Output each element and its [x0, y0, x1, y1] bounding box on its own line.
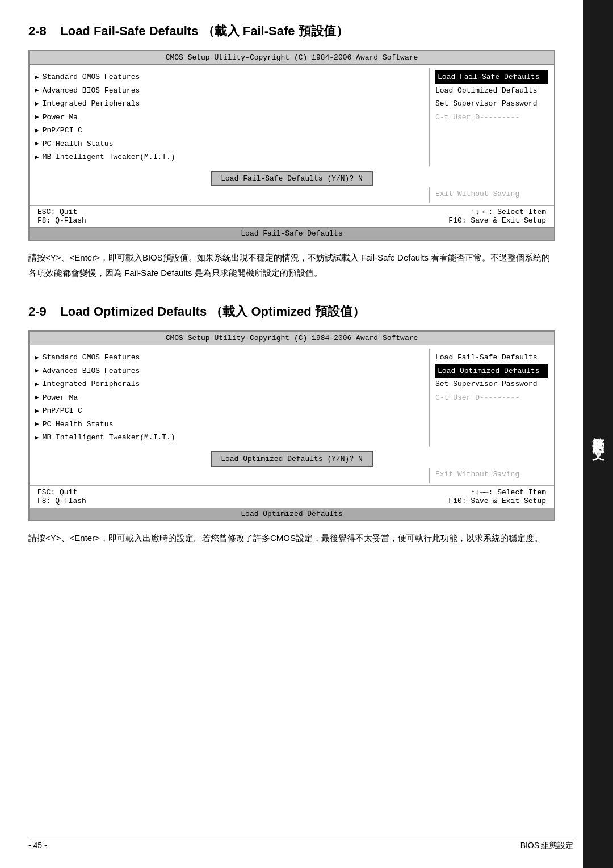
bios-body-2: ▶ Standard CMOS Features ▶ Advanced BIOS…: [30, 345, 554, 450]
arrow-icon-2-6: ▶: [35, 420, 39, 429]
bios-menu-label-1-7: MB Intelligent Tweaker(M.I.T.): [43, 152, 175, 163]
bios-f10-2: F10: Save & Exit Setup: [448, 497, 546, 505]
bios-right-item-2-3: Set Supervisor Password: [435, 378, 548, 391]
bios-menu-item-2-3: ▶ Integrated Peripherals: [35, 378, 423, 391]
bios-dialog-container-2: Load Optimized Defaults (Y/N)? N: [30, 451, 554, 467]
bios-right-2: Load Fail-Safe Defaults Load Optimized D…: [429, 349, 554, 447]
bios-dialog-1: Load Fail-Safe Defaults (Y/N)? N: [211, 171, 373, 186]
section-1-description: 請按<Y>、<Enter>，即可載入BIOS預設值。如果系統出現不穩定的情況，不…: [28, 250, 555, 280]
bios-menu-label-2-4: Power Ma: [43, 392, 78, 404]
bios-menu-item-2-1: ▶ Standard CMOS Features: [35, 351, 423, 364]
section-2-8-heading: 2-8 Load Fail-Safe Defaults （載入 Fail-Saf…: [28, 23, 555, 40]
bios-bottom-1: ESC: Quit F8: Q-Flash ↑↓→←: Select Item …: [30, 205, 554, 227]
section-title-2-8-en: Load Fail-Safe Defaults: [60, 24, 198, 38]
bios-esc-2: ESC: Quit: [37, 488, 86, 497]
arrow-icon-1-1: ▶: [35, 73, 39, 82]
bios-dialog-container-1: Load Fail-Safe Defaults (Y/N)? N: [30, 171, 554, 186]
arrow-icon-1-7: ▶: [35, 153, 39, 162]
section-2-9-heading: 2-9 Load Optimized Defaults （載入 Optimize…: [28, 303, 555, 320]
bios-menu-item-1-2: ▶ Advanced BIOS Features: [35, 84, 423, 98]
bios-screenshot-1: CMOS Setup Utility-Copyright (C) 1984-20…: [28, 50, 555, 241]
bios-nav-2: ↑↓→←: Select Item: [448, 488, 546, 497]
bios-f8-1: F8: Q-Flash: [37, 216, 86, 225]
bios-footer-bar-1: Load Fail-Safe Defaults: [30, 227, 554, 240]
bios-menu-label-2-3: Integrated Peripherals: [43, 379, 140, 390]
bios-menu-label-1-1: Standard CMOS Features: [43, 72, 140, 83]
bios-menu-label-1-5: PnP/PCI C: [43, 125, 82, 136]
bios-menu-label-2-7: MB Intelligent Tweaker(M.I.T.): [43, 432, 175, 443]
bios-menu-item-2-2: ▶ Advanced BIOS Features: [35, 364, 423, 378]
bios-left-1b: [30, 187, 429, 203]
section-num-2-8: 2-8: [28, 24, 47, 38]
footer-title: BIOS 組態設定: [520, 841, 573, 851]
bios-menu-label-2-6: PC Health Status: [43, 419, 114, 430]
bios-right-item-1-4: C-t User D---------: [435, 111, 548, 124]
bios-menu-item-2-5: ▶ PnP/PCI C: [35, 404, 423, 418]
bios-menu-item-1-7: ▶ MB Intelligent Tweaker(M.I.T.): [35, 150, 423, 164]
bios-right-item-1-1: Load Fail-Safe Defaults: [435, 70, 548, 84]
section-2-description: 請按<Y>、<Enter>，即可載入出廠時的設定。若您曾修改了許多CMOS設定，…: [28, 530, 555, 546]
bios-menu-label-2-2: Advanced BIOS Features: [43, 366, 140, 377]
page-container: 2-8 Load Fail-Safe Defaults （載入 Fail-Saf…: [0, 0, 613, 868]
main-content: 2-8 Load Fail-Safe Defaults （載入 Fail-Saf…: [0, 0, 583, 868]
bios-right-item-2-1: Load Fail-Safe Defaults: [435, 351, 548, 364]
bios-menu-item-2-6: ▶ PC Health Status: [35, 418, 423, 431]
arrow-icon-1-6: ▶: [35, 139, 39, 149]
bios-right-item-1-2: Load Optimized Defaults: [435, 84, 548, 98]
bios-menu-item-1-5: ▶ PnP/PCI C: [35, 124, 423, 137]
bios-bottom-right-2: ↑↓→←: Select Item F10: Save & Exit Setup: [448, 488, 546, 505]
arrow-icon-1-5: ▶: [35, 126, 39, 136]
bios-menu-item-1-1: ▶ Standard CMOS Features: [35, 70, 423, 84]
bios-inner-1: ▶ Standard CMOS Features ▶ Advanced BIOS…: [30, 65, 554, 205]
bios-nav-1: ↑↓→←: Select Item: [448, 208, 546, 216]
bios-f10-1: F10: Save & Exit Setup: [448, 216, 546, 225]
bios-right-2b: Exit Without Saving: [429, 468, 554, 484]
arrow-icon-2-7: ▶: [35, 433, 39, 443]
section-2-9: 2-9 Load Optimized Defaults （載入 Optimize…: [28, 303, 555, 546]
bios-dialog-2: Load Optimized Defaults (Y/N)? N: [211, 451, 373, 467]
bios-right-item-2-4: C-t User D---------: [435, 391, 548, 405]
bios-left-1: ▶ Standard CMOS Features ▶ Advanced BIOS…: [30, 68, 429, 166]
arrow-icon-1-3: ▶: [35, 99, 39, 109]
bios-menu-item-1-3: ▶ Integrated Peripherals: [35, 97, 423, 111]
bios-left-2: ▶ Standard CMOS Features ▶ Advanced BIOS…: [30, 349, 429, 447]
arrow-icon-2-5: ▶: [35, 406, 39, 416]
section-title-2-9-en: Load Optimized Defaults: [60, 304, 207, 318]
bios-bottom-2: ESC: Quit F8: Q-Flash ↑↓→←: Select Item …: [30, 485, 554, 508]
bios-right-item-1-5: Exit Without Saving: [435, 187, 548, 201]
footer-page-number: - 45 -: [28, 841, 47, 851]
section-2-8: 2-8 Load Fail-Safe Defaults （載入 Fail-Saf…: [28, 23, 555, 280]
bios-bottom-left-2: ESC: Quit F8: Q-Flash: [37, 488, 86, 505]
bios-title-1: CMOS Setup Utility-Copyright (C) 1984-20…: [30, 51, 554, 65]
bios-menu-label-1-2: Advanced BIOS Features: [43, 85, 140, 97]
bios-inner-2: ▶ Standard CMOS Features ▶ Advanced BIOS…: [30, 345, 554, 485]
bios-menu-item-2-7: ▶ MB Intelligent Tweaker(M.I.T.): [35, 431, 423, 445]
bios-menu-item-1-4: ▶ Power Ma: [35, 111, 423, 124]
bios-footer-bar-2: Load Optimized Defaults: [30, 508, 554, 520]
bios-menu-label-2-5: PnP/PCI C: [43, 405, 82, 417]
arrow-icon-2-4: ▶: [35, 393, 39, 402]
bios-title-2: CMOS Setup Utility-Copyright (C) 1984-20…: [30, 332, 554, 345]
bios-esc-1: ESC: Quit: [37, 208, 86, 216]
sidebar: 繁體中文: [583, 0, 613, 868]
bios-menu-item-2-4: ▶ Power Ma: [35, 391, 423, 405]
arrow-icon-2-2: ▶: [35, 366, 39, 376]
bios-right-item-2-5: Exit Without Saving: [435, 468, 548, 481]
bios-body-1: ▶ Standard CMOS Features ▶ Advanced BIOS…: [30, 65, 554, 170]
page-footer: - 45 - BIOS 組態設定: [28, 836, 573, 851]
arrow-icon-1-2: ▶: [35, 86, 39, 95]
bios-right-item-2-2: Load Optimized Defaults: [435, 364, 548, 378]
bios-right-item-1-3: Set Supervisor Password: [435, 97, 548, 111]
bios-right-1: Load Fail-Safe Defaults Load Optimized D…: [429, 68, 554, 166]
bios-right-1b: Exit Without Saving: [429, 187, 554, 203]
section-num-2-9: 2-9: [28, 304, 47, 318]
bios-menu-label-1-4: Power Ma: [43, 112, 78, 123]
bios-menu-item-1-6: ▶ PC Health Status: [35, 137, 423, 151]
bios-menu-label-1-3: Integrated Peripherals: [43, 98, 140, 110]
arrow-icon-1-4: ▶: [35, 112, 39, 122]
bios-body-2b: Exit Without Saving: [30, 468, 554, 486]
bios-bottom-left-1: ESC: Quit F8: Q-Flash: [37, 208, 86, 225]
bios-menu-label-1-6: PC Health Status: [43, 139, 114, 150]
bios-menu-label-2-1: Standard CMOS Features: [43, 352, 140, 363]
arrow-icon-2-1: ▶: [35, 353, 39, 363]
